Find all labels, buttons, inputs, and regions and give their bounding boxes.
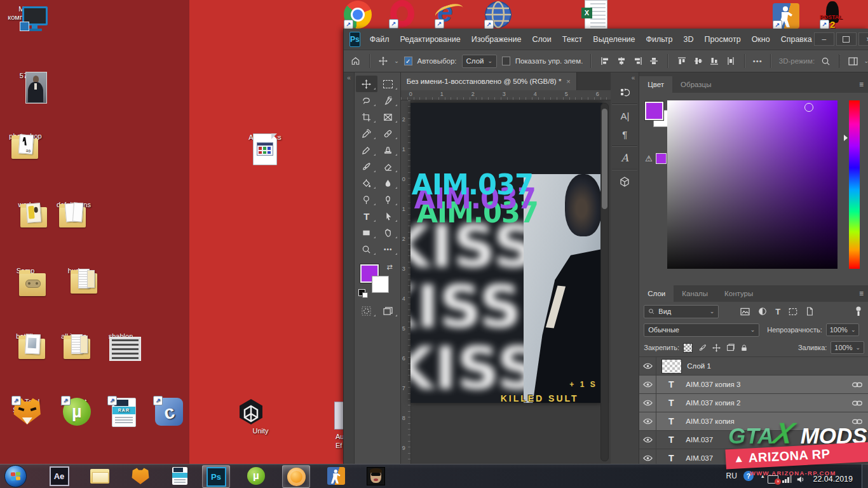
autoselect-target-dropdown[interactable]: Слой⌄ (462, 55, 498, 68)
close-button[interactable]: × (858, 32, 868, 46)
eraser-tool[interactable] (377, 158, 399, 175)
glyphs-panel-icon[interactable]: A (613, 149, 636, 167)
desktop-icon-batnik[interactable]: batnik (0, 332, 51, 341)
default-colors-icon[interactable] (358, 289, 365, 296)
filter-shape-layers-icon[interactable] (789, 308, 797, 316)
search-icon[interactable] (820, 55, 831, 67)
filter-toggle-icon[interactable] (855, 306, 862, 317)
shortcut-excel-file[interactable]: X (580, 0, 609, 29)
align-middle-icon[interactable] (693, 55, 704, 67)
filter-type-layers-icon[interactable]: T (775, 307, 780, 316)
visibility-eye-icon[interactable] (639, 449, 656, 465)
menu-help[interactable]: Справка (781, 35, 812, 44)
foreground-color-swatch[interactable] (645, 102, 663, 120)
desktop-icon-unity[interactable]: Unity (235, 398, 286, 435)
document-tab[interactable]: Без имени-1-восстановлено @ 50% (RGB/8) … (401, 72, 577, 90)
canvas-viewport[interactable]: 2 1 0 1 2 3 4 5 6 7 8 9 KISS KISS (401, 100, 611, 465)
eyedropper-tool[interactable] (356, 125, 377, 142)
minimize-button[interactable]: – (814, 32, 834, 46)
tab-swatches[interactable]: Образцы (672, 76, 719, 93)
scrollbar-thumb[interactable] (602, 109, 607, 209)
rectangle-tool[interactable] (356, 224, 377, 241)
workspace-panel-icon[interactable] (848, 55, 859, 67)
zoom-tool[interactable] (356, 241, 377, 257)
layer-name[interactable]: AIM.037 копия 2 (686, 399, 740, 407)
shortcut-globe[interactable]: ↗ (484, 1, 512, 29)
align-center-h-icon[interactable] (616, 55, 627, 67)
quick-mask-icon[interactable] (356, 302, 377, 319)
type-tool[interactable]: T (356, 208, 377, 224)
more-options-icon[interactable]: ••• (753, 57, 763, 65)
desktop-icon-samp[interactable]: Samp (0, 267, 51, 275)
panel-menu-icon[interactable]: ≡ (859, 289, 864, 298)
blur-tool[interactable] (377, 175, 399, 191)
background-color-swatch[interactable] (372, 276, 389, 293)
photoshop-titlebar[interactable]: Ps Файл Редактирование Изображение Слои … (344, 29, 868, 50)
home-icon[interactable] (350, 55, 362, 67)
frame-tool[interactable] (377, 109, 399, 125)
distribute-icon[interactable] (725, 55, 736, 67)
desktop-icon-photoshop-folder[interactable]: as photoshop (0, 132, 51, 140)
align-right-icon[interactable] (632, 55, 644, 67)
layer-thumbnail[interactable] (661, 359, 682, 374)
history-brush-tool[interactable] (356, 158, 377, 175)
lock-paint-icon[interactable] (698, 344, 707, 352)
show-desktop-button[interactable] (862, 464, 868, 488)
taskbar-utorrent[interactable]: µ (243, 465, 269, 487)
desktop-icon-360-total-security[interactable]: ↗ 360 Total Security (0, 398, 51, 414)
layer-name[interactable]: AIM.037 (686, 454, 713, 462)
taskbar-browser-orange[interactable] (282, 465, 310, 488)
collapse-dock-icon[interactable]: « (611, 72, 639, 83)
menu-edit[interactable]: Редактирование (400, 35, 460, 44)
gamut-color-swatch[interactable] (656, 153, 667, 164)
layer-row[interactable]: T AIM.037 копия 3 (639, 376, 868, 394)
pen-tool[interactable] (377, 191, 399, 208)
menu-view[interactable]: Просмотр (705, 35, 741, 44)
quick-selection-tool[interactable] (377, 92, 399, 109)
tab-layers[interactable]: Слои (639, 285, 674, 302)
maximize-button[interactable] (836, 32, 857, 46)
chevron-down-icon[interactable]: ⌄ (864, 58, 868, 64)
character-panel-icon[interactable]: A| (613, 107, 636, 125)
taskbar-photoshop[interactable]: Ps (202, 465, 230, 488)
desktop-icon-work[interactable]: work (0, 201, 51, 209)
menu-select[interactable]: Выделение (593, 35, 635, 44)
menu-text[interactable]: Текст (562, 35, 582, 44)
move-tool[interactable] (356, 76, 377, 92)
taskbar-winrar[interactable] (166, 465, 193, 487)
hand-tool[interactable] (377, 224, 399, 241)
desktop-icon-defolt-guns[interactable]: defolt guns (48, 201, 99, 209)
screen-mode-icon[interactable] (377, 302, 399, 319)
taskbar-counter-strike[interactable] (323, 465, 349, 487)
filter-adjustment-layers-icon[interactable] (758, 307, 767, 316)
desktop-icon-my-computer[interactable]: Мой компьютер (0, 5, 51, 22)
lasso-tool[interactable] (356, 92, 377, 109)
layer-row[interactable]: Слой 1 (639, 357, 868, 376)
paragraph-panel-icon[interactable]: ¶ (613, 125, 636, 144)
layer-filter-dropdown[interactable]: Вид ⌄ (644, 305, 719, 318)
layer-name[interactable]: AIM.037 копия (686, 417, 734, 425)
layer-name[interactable]: Слой 1 (687, 362, 711, 370)
menu-image[interactable]: Изображение (471, 35, 522, 44)
menu-filter[interactable]: Фильтр (646, 35, 673, 44)
fill-value[interactable]: 100%⌄ (831, 341, 864, 354)
desktop-icon-all-iconz[interactable]: all iconz (48, 332, 99, 341)
pencil-tool[interactable] (356, 142, 377, 158)
layer-name[interactable]: AIM.037 (686, 436, 713, 444)
visibility-eye-icon[interactable] (639, 394, 656, 412)
crop-tool[interactable] (356, 109, 377, 125)
desktop-icon-shablon[interactable]: shablon (95, 332, 146, 341)
color-picker-ring[interactable] (804, 103, 813, 112)
blend-mode-dropdown[interactable]: Обычные⌄ (644, 323, 759, 337)
taskbar-360-security[interactable] (127, 465, 154, 487)
desktop-icon-utorrent[interactable]: µ ↗ µTorrent (48, 398, 99, 406)
show-transform-checkbox[interactable] (502, 57, 510, 65)
paint-bucket-tool[interactable] (356, 175, 377, 191)
edit-toolbar-icon[interactable]: ••• (377, 241, 399, 257)
shortcut-opera[interactable]: ↗ (389, 0, 417, 29)
gamut-warning-icon[interactable]: ⚠ (645, 154, 653, 163)
align-bottom-icon[interactable] (709, 55, 720, 67)
visibility-eye-icon[interactable] (639, 357, 656, 375)
lock-position-icon[interactable] (712, 344, 721, 352)
visibility-eye-icon[interactable] (639, 412, 656, 430)
